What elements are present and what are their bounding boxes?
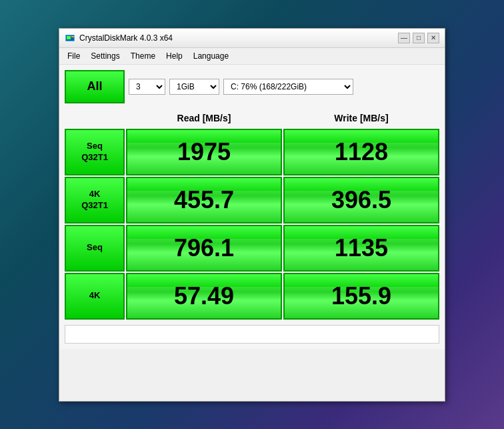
read-seqq32t1: 1975 (126, 129, 282, 175)
svg-rect-2 (67, 36, 71, 39)
count-dropdown[interactable]: 3 (129, 79, 165, 95)
write-4kq32t1: 396.5 (283, 177, 439, 224)
maximize-button[interactable]: □ (413, 33, 425, 43)
all-button[interactable]: All (65, 70, 125, 103)
menu-bar: File Settings Theme Help Language (59, 48, 445, 65)
row-label-seqq32t1: SeqQ32T1 (65, 129, 125, 175)
menu-file[interactable]: File (62, 49, 85, 63)
window-controls: — □ ✕ (398, 33, 439, 43)
header-read: Read [MB/s] (126, 109, 282, 127)
drive-dropdown[interactable]: C: 76% (168/222GiB) (223, 79, 353, 95)
size-dropdown[interactable]: 1GiB (169, 79, 219, 95)
menu-settings[interactable]: Settings (85, 49, 125, 63)
main-content: All 3 1GiB C: 76% (168/222GiB) Read [MB/… (59, 65, 445, 349)
close-button[interactable]: ✕ (427, 33, 439, 43)
read-4k: 57.49 (126, 273, 282, 320)
app-window: CrystalDiskMark 4.0.3 x64 — □ ✕ File Set… (59, 28, 445, 402)
write-seqq32t1: 1128 (283, 129, 439, 175)
svg-rect-3 (71, 36, 74, 37)
menu-help[interactable]: Help (161, 49, 188, 63)
data-grid: Read [MB/s] Write [MB/s] SeqQ32T1 1975 1… (65, 109, 439, 320)
title-bar: CrystalDiskMark 4.0.3 x64 — □ ✕ (59, 29, 445, 48)
row-label-4kq32t1: 4KQ32T1 (65, 177, 125, 224)
header-write: Write [MB/s] (283, 109, 439, 127)
row-label-4k: 4K (65, 273, 125, 320)
read-4kq32t1: 455.7 (126, 177, 282, 224)
header-label-empty (65, 109, 125, 127)
read-seq: 796.1 (126, 225, 282, 272)
menu-language[interactable]: Language (188, 49, 234, 63)
write-seq: 1135 (283, 225, 439, 272)
app-icon (65, 33, 75, 43)
window-title: CrystalDiskMark 4.0.3 x64 (79, 33, 173, 43)
minimize-button[interactable]: — (398, 33, 410, 43)
menu-theme[interactable]: Theme (125, 49, 161, 63)
bottom-status-bar (65, 325, 439, 344)
row-label-seq: Seq (65, 225, 125, 272)
controls-row: All 3 1GiB C: 76% (168/222GiB) (65, 70, 439, 103)
write-4k: 155.9 (283, 273, 439, 320)
